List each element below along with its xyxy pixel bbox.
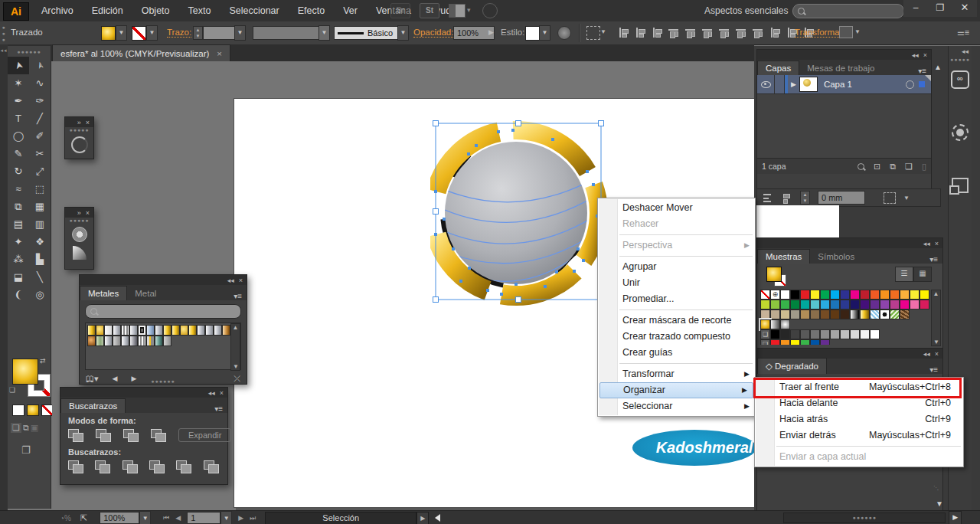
grid-view-icon[interactable]: ▦ <box>913 267 932 282</box>
screen-mode-icon[interactable]: ❐ <box>21 444 31 456</box>
swatch-f06eaa[interactable] <box>910 300 920 309</box>
tool-crear-formas[interactable]: ⧉ <box>8 198 29 215</box>
tool-anchura[interactable]: ≈ <box>8 180 29 198</box>
tool-varita-magica[interactable]: ✶ <box>8 74 29 92</box>
artboard-dropdown-icon[interactable]: ▼ <box>220 511 232 524</box>
swatch-m-silver[interactable] <box>214 325 222 336</box>
swatch-m-white[interactable] <box>104 325 113 336</box>
swatch-m-gold[interactable] <box>188 325 197 336</box>
swatch-e31e24[interactable] <box>800 290 810 300</box>
default-fill-stroke-icon[interactable]: ❏ <box>9 386 15 394</box>
swatch-none[interactable] <box>760 290 770 300</box>
swatch-m-copper2[interactable] <box>222 325 230 336</box>
swatch-pat-blue[interactable] <box>870 309 880 319</box>
swatch-00833e[interactable] <box>790 300 800 309</box>
metales-scrollbar[interactable]: ▲▼ <box>230 323 240 371</box>
fill-dropdown-icon[interactable]: ▼ <box>116 25 127 41</box>
tool-cuentagotas[interactable]: ✦ <box>8 233 29 251</box>
swatch-f15a24[interactable] <box>870 290 880 300</box>
swatch-m-gold-r[interactable] <box>180 325 188 336</box>
scroll-right-icon[interactable]: ▶ <box>949 511 962 524</box>
panel-menu-icon[interactable]: ▾≡ <box>918 67 931 75</box>
document-tab[interactable]: esfera* al 100% (CMYK/Previsualizar) × <box>52 44 230 62</box>
alinear-centro-v-icon[interactable] <box>684 27 696 38</box>
menu-item-organizar[interactable]: Organizar▶ <box>599 382 753 398</box>
expand-icon[interactable]: » <box>77 209 81 217</box>
collapse-icon[interactable]: ◂◂ <box>923 240 930 247</box>
swatch-m-steel[interactable] <box>129 336 138 346</box>
swatch-595959[interactable] <box>800 329 810 339</box>
collapse-icon[interactable]: ◂◂ <box>923 350 930 358</box>
opacity-expand-icon[interactable]: ▶ <box>488 28 494 36</box>
swatch-00aeef[interactable] <box>830 290 840 300</box>
scroll-down-icon[interactable]: ▼ <box>936 499 943 508</box>
swatch-f2f2f2[interactable] <box>860 329 870 339</box>
tool-mano[interactable]: ❨ <box>8 286 29 303</box>
tool-tijeras[interactable]: ✂ <box>29 145 51 162</box>
color-themes-icon[interactable] <box>952 124 969 141</box>
layout-arrow-icon[interactable]: ▾ <box>467 6 471 14</box>
stock-button[interactable]: St <box>420 3 439 18</box>
swatch-m-grey[interactable] <box>163 336 172 346</box>
status-expand-icon[interactable]: ▶ <box>416 512 429 524</box>
swatch-56c5d0[interactable] <box>810 300 820 309</box>
swatch-m-copper[interactable] <box>87 336 96 346</box>
expand-icon[interactable]: » <box>77 119 81 126</box>
delete-layer-icon[interactable]: ▯ <box>922 162 926 172</box>
brush-dropdown-icon[interactable]: ▼ <box>397 25 409 41</box>
menu-item-enviar-detrás[interactable]: Enviar detrásMayúsculas+Ctrl+9 <box>755 427 963 444</box>
align-strip-icon[interactable] <box>762 192 773 204</box>
menu-archivo[interactable]: Archivo <box>32 0 83 21</box>
swatch-0054a6[interactable] <box>810 339 820 345</box>
guia-color-icon[interactable] <box>72 227 87 242</box>
dividir-icon[interactable] <box>68 460 84 473</box>
list-view-icon[interactable]: ☰ <box>895 267 913 282</box>
tool-lazo[interactable]: ∿ <box>29 74 51 92</box>
swatch-bfbfbf[interactable] <box>840 329 850 339</box>
prev-artboard-icon[interactable]: ◀ <box>175 514 181 522</box>
menu-item-hacia-atrás[interactable]: Hacia atrásCtrl+9 <box>755 411 963 427</box>
swatch-cdbc8f[interactable] <box>780 309 790 319</box>
alinear-derecha-icon[interactable] <box>651 27 662 38</box>
swatch-ec008c[interactable] <box>850 290 860 300</box>
menu-objeto[interactable]: Objeto <box>132 0 179 21</box>
workspace-switcher[interactable]: Aspectos esenciales ▼ <box>704 0 799 21</box>
layout-icon[interactable] <box>449 4 466 18</box>
next-artboard-icon[interactable]: ▶ <box>238 514 243 522</box>
recolor-artwork-icon[interactable] <box>557 26 571 40</box>
swatch-603913[interactable] <box>830 309 840 319</box>
swatch-grad-radial-grey[interactable] <box>780 319 790 329</box>
close-icon[interactable]: × <box>86 119 90 126</box>
layer-name[interactable]: Capa 1 <box>818 80 852 89</box>
first-artboard-icon[interactable]: ⏮ <box>163 514 169 522</box>
swatch-pat-green[interactable] <box>890 309 900 319</box>
swatch-grad-grey[interactable] <box>770 319 780 329</box>
tool-lapiz[interactable]: ✎ <box>8 145 29 162</box>
alinear-izquierda-icon[interactable] <box>617 27 629 38</box>
swatch-1b75bb[interactable] <box>830 300 840 309</box>
new-sublayer-icon[interactable]: ⧉ <box>890 162 896 172</box>
distribute-strip-icon[interactable] <box>781 192 792 204</box>
draw-normal-icon[interactable]: ❏ <box>11 423 21 433</box>
layer-thumbnail[interactable] <box>799 77 818 92</box>
cortar-icon[interactable] <box>95 460 111 473</box>
share-icon[interactable]: ⇱ <box>80 513 87 523</box>
close-button[interactable]: ✕ <box>952 0 977 17</box>
swatch-8dc63f[interactable] <box>770 300 780 309</box>
simbolos-panel-icon[interactable] <box>71 136 88 153</box>
new-layer-icon[interactable]: ❏ <box>905 162 913 172</box>
swatch-fcee21[interactable] <box>810 290 820 300</box>
artboard-number-field[interactable]: 1 <box>187 512 220 524</box>
tool-pincel[interactable]: ✐ <box>29 127 51 145</box>
swatch-grad-gold-sel[interactable] <box>760 319 770 329</box>
swatch-8a6e4b[interactable] <box>810 309 820 319</box>
swatch-m-silver[interactable] <box>113 325 121 336</box>
menu-seleccionar[interactable]: Seleccionar <box>220 0 288 21</box>
fill-proxy-mini[interactable] <box>766 267 782 282</box>
search-input[interactable] <box>792 4 904 18</box>
draw-behind-icon[interactable]: ⧉ <box>23 423 29 433</box>
menu-ver[interactable]: Ver <box>334 0 367 21</box>
swatch-m-blue[interactable] <box>146 325 155 336</box>
brush-definition[interactable]: Básico <box>334 26 404 40</box>
layer-row[interactable]: ▶ Capa 1 <box>757 75 931 94</box>
